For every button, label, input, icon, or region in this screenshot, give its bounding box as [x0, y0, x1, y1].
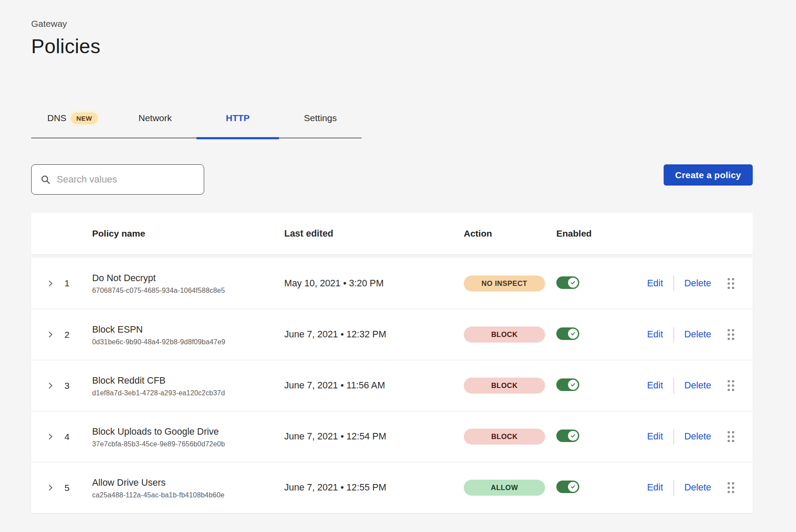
last-edited: May 10, 2021 • 3:20 PM: [273, 278, 459, 289]
action-divider: [674, 378, 674, 394]
last-edited: June 7, 2021 • 12:54 PM: [273, 431, 459, 442]
tab-http-label: HTTP: [226, 112, 250, 125]
action-divider: [674, 327, 674, 343]
toggle-knob: [568, 482, 578, 492]
check-icon: [570, 433, 576, 439]
policy-id: 0d31be6c-9b90-48a4-92b8-9d8f09ba47e9: [92, 338, 273, 346]
expand-row-button[interactable]: [45, 482, 56, 493]
enabled-toggle[interactable]: [556, 276, 579, 289]
search-box[interactable]: [31, 164, 204, 195]
table-row: 3 Block Reddit CFB d1ef8a7d-3eb1-4728-a2…: [31, 360, 753, 411]
search-input[interactable]: [57, 174, 195, 185]
chevron-right-icon: [47, 280, 54, 287]
new-badge: NEW: [71, 112, 98, 124]
column-enabled: Enabled: [555, 228, 619, 239]
action-badge: ALLOW: [464, 480, 545, 496]
toggle-knob: [568, 329, 578, 339]
tab-dns-label: DNS: [47, 112, 66, 125]
tab-bar: DNS NEW Network HTTP Settings: [31, 112, 362, 138]
action-badge: BLOCK: [464, 378, 545, 394]
breadcrumb: Gateway: [31, 18, 753, 29]
last-edited: June 7, 2021 • 12:32 PM: [273, 329, 459, 340]
chevron-right-icon: [47, 331, 54, 338]
drag-handle-icon[interactable]: [728, 278, 734, 289]
policies-table: Policy name Last edited Action Enabled 1…: [31, 213, 753, 513]
toggle-knob: [568, 278, 578, 288]
row-number: 2: [59, 330, 83, 340]
tab-settings[interactable]: Settings: [279, 112, 362, 138]
policy-id: d1ef8a7d-3eb1-4728-a293-ea120c2cb37d: [92, 389, 273, 397]
gateway-policies-page: Gateway Policies DNS NEW Network HTTP Se…: [31, 0, 753, 513]
table-row: 1 Do Not Decrypt 67068745-c075-4685-934a…: [31, 258, 753, 309]
column-last-edited: Last edited: [273, 228, 459, 239]
action-divider: [674, 480, 674, 496]
chevron-right-icon: [47, 433, 54, 440]
table-row: 2 Block ESPN 0d31be6c-9b90-48a4-92b8-9d8…: [31, 309, 753, 360]
delete-link[interactable]: Delete: [684, 278, 711, 289]
table-row: 5 Allow Drive Users ca25a488-112a-45ac-b…: [31, 462, 753, 513]
policy-name: Block Uploads to Google Drive: [92, 426, 273, 438]
chevron-right-icon: [47, 382, 54, 389]
table-body: 1 Do Not Decrypt 67068745-c075-4685-934a…: [31, 258, 753, 513]
row-number: 5: [59, 483, 83, 493]
create-policy-button[interactable]: Create a policy: [664, 164, 753, 186]
toggle-knob: [568, 380, 578, 390]
action-badge: BLOCK: [464, 327, 545, 343]
tab-http[interactable]: HTTP: [196, 112, 279, 138]
policy-name: Block ESPN: [92, 324, 273, 336]
expand-row-button[interactable]: [45, 278, 56, 289]
edit-link[interactable]: Edit: [647, 482, 663, 493]
row-number: 1: [59, 278, 83, 288]
tab-settings-label: Settings: [304, 112, 337, 125]
check-icon: [570, 331, 576, 337]
policy-id: ca25a488-112a-45ac-ba1b-fb4108b4b60e: [92, 491, 273, 499]
check-icon: [570, 484, 576, 490]
search-icon: [40, 174, 51, 185]
row-number: 3: [59, 381, 83, 391]
delete-link[interactable]: Delete: [684, 329, 711, 340]
check-icon: [570, 280, 576, 285]
last-edited: June 7, 2021 • 11:56 AM: [273, 380, 459, 391]
tab-network[interactable]: Network: [114, 112, 196, 138]
policy-name: Allow Drive Users: [92, 477, 273, 489]
enabled-toggle[interactable]: [556, 327, 579, 340]
table-row: 4 Block Uploads to Google Drive 37e7cbfa…: [31, 411, 753, 462]
edit-link[interactable]: Edit: [647, 431, 663, 442]
action-badge: NO INSPECT: [464, 276, 545, 292]
enabled-toggle[interactable]: [556, 378, 579, 391]
policy-id: 37e7cbfa-85b3-45ce-9e89-7656b0d72e0b: [92, 440, 273, 448]
table-header-row: Policy name Last edited Action Enabled: [31, 213, 753, 254]
expand-row-button[interactable]: [45, 431, 56, 442]
policy-id: 67068745-c075-4685-934a-1064f588c8e5: [92, 287, 273, 295]
toggle-knob: [568, 431, 578, 441]
enabled-toggle[interactable]: [556, 481, 579, 493]
action-divider: [674, 276, 674, 291]
page-title: Policies: [31, 35, 753, 58]
delete-link[interactable]: Delete: [684, 482, 711, 493]
drag-handle-icon[interactable]: [728, 431, 734, 442]
edit-link[interactable]: Edit: [647, 380, 663, 391]
policy-name: Do Not Decrypt: [92, 272, 273, 284]
expand-row-button[interactable]: [45, 380, 56, 391]
delete-link[interactable]: Delete: [684, 380, 711, 391]
chevron-right-icon: [47, 484, 54, 491]
toolbar: Create a policy: [31, 164, 753, 195]
edit-link[interactable]: Edit: [647, 329, 663, 340]
tab-network-label: Network: [138, 112, 172, 125]
column-policy-name: Policy name: [83, 228, 273, 239]
column-action: Action: [459, 228, 555, 239]
action-badge: BLOCK: [464, 429, 545, 445]
drag-handle-icon[interactable]: [728, 380, 734, 391]
action-divider: [674, 429, 674, 445]
delete-link[interactable]: Delete: [684, 431, 711, 442]
drag-handle-icon[interactable]: [728, 482, 734, 493]
tab-dns[interactable]: DNS NEW: [31, 112, 114, 138]
policy-name: Block Reddit CFB: [92, 375, 273, 387]
enabled-toggle[interactable]: [556, 429, 579, 442]
expand-row-button[interactable]: [45, 329, 56, 340]
edit-link[interactable]: Edit: [647, 278, 663, 289]
check-icon: [570, 382, 576, 388]
last-edited: June 7, 2021 • 12:55 PM: [273, 482, 459, 493]
row-number: 4: [59, 432, 83, 442]
drag-handle-icon[interactable]: [728, 329, 734, 340]
